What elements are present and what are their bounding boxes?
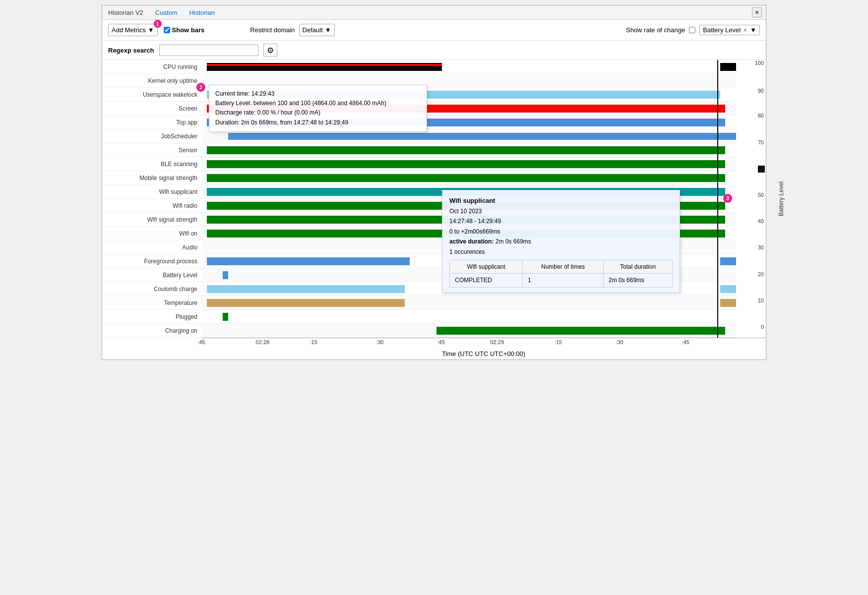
add-metrics-label: Add Metrics: [112, 26, 146, 34]
show-bars-text: Show bars: [172, 26, 205, 34]
chart-row[interactable]: [201, 296, 736, 310]
chart-row[interactable]: [201, 60, 736, 74]
bar: [223, 313, 228, 321]
x-axis-tick: 02:29: [490, 339, 504, 345]
toolbar: Add Metrics ▼ 1 Show bars Restrict domai…: [102, 20, 766, 41]
y-label: Temperature: [102, 296, 201, 310]
bar: [720, 257, 736, 265]
tooltip-bottom: Wifi supplicant Oct 10 2023 14:27:48 - 1…: [442, 190, 680, 293]
y-label: Plugged: [102, 310, 201, 324]
restrict-domain-dropdown[interactable]: Default ▼: [299, 24, 335, 36]
y-label: Wifi radio: [102, 199, 201, 213]
bar: [207, 285, 405, 293]
tooltip-top: Current time: 14:29:43 Battery Level: be…: [209, 85, 427, 132]
y-label: Wifi signal strength: [102, 213, 201, 227]
y-axis-right: 1009080706050403020100 Battery Level: [736, 60, 766, 338]
badge-2: 2: [196, 83, 205, 92]
tab-historian[interactable]: Historian: [187, 8, 217, 17]
x-axis-title: Time (UTC UTC UTC+00:00): [201, 348, 766, 359]
x-axis-tick: :15: [310, 339, 317, 345]
tooltip-bottom-table: Wifi supplicantNumber of timesTotal dura…: [449, 260, 673, 288]
chart-row[interactable]: [201, 143, 736, 157]
title-bar: Historian V2 Custom Historian ×: [102, 5, 766, 20]
x-axis-labels: :4502:28:15:30:4502:29:15:30:45: [201, 338, 711, 348]
tooltip-table-header: Wifi supplicant: [450, 260, 523, 274]
y-label: Foreground process: [102, 254, 201, 268]
add-metrics-button[interactable]: Add Metrics ▼: [108, 24, 158, 36]
tooltip-line4: Duration: 2m 0s 669ms, from 14:27:48 to …: [215, 118, 421, 127]
y-label: Top app: [102, 116, 201, 129]
y-label: CPU running: [102, 60, 201, 74]
battery-level-arrow[interactable]: ▼: [750, 26, 756, 34]
x-axis-tick: :45: [197, 339, 205, 345]
tooltip-line1: Current time: 14:29:43: [215, 89, 421, 99]
x-axis-tick: 02:28: [256, 339, 270, 345]
tooltip-line2: Battery Level: between 100 and 100 (4864…: [215, 99, 421, 108]
show-rate-group: Show rate of change Battery Level × ▼: [626, 25, 760, 35]
bar: [720, 299, 736, 307]
chart-row[interactable]: [201, 310, 736, 324]
main-window: Historian V2 Custom Historian × Add Metr…: [102, 5, 766, 360]
add-metrics-btn-wrapper: Add Metrics ▼ 1: [108, 24, 158, 36]
bar: [207, 257, 410, 265]
show-bars-label[interactable]: Show bars: [164, 26, 205, 34]
chart-row[interactable]: [201, 171, 736, 185]
y-label: Kernel only uptime: [102, 74, 201, 88]
bar: [207, 64, 442, 66]
y-axis-tick: 50: [758, 192, 764, 198]
bar: [207, 146, 726, 154]
show-rate-checkbox[interactable]: [689, 27, 695, 33]
y-axis-tick: 30: [758, 244, 764, 250]
y-labels: CPU runningKernel only uptimeUserspace w…: [102, 60, 201, 338]
battery-level-pill: Battery Level × ▼: [699, 25, 760, 35]
y-axis-tick: 40: [758, 218, 764, 224]
bar: [207, 160, 726, 168]
chart-wrapper: CPU runningKernel only uptimeUserspace w…: [102, 60, 766, 338]
restrict-domain-group: Restrict domain Default ▼: [250, 24, 334, 36]
battery-level-remove[interactable]: ×: [744, 27, 747, 34]
tooltip-bottom-duration-label: active duration:: [449, 238, 494, 245]
tab-custom[interactable]: Custom: [153, 8, 180, 17]
bar: [436, 133, 442, 140]
tooltip-table-row: COMPLETED12m 0s 669ms: [450, 274, 673, 287]
bar: [720, 285, 736, 293]
search-input[interactable]: [159, 45, 258, 56]
restrict-domain-value: Default: [303, 26, 323, 34]
y-label: Audio: [102, 240, 201, 254]
tab-historian-v2[interactable]: Historian V2: [106, 8, 145, 17]
battery-level-text: Battery Level: [703, 26, 741, 34]
restrict-domain-label: Restrict domain: [250, 26, 295, 34]
y-axis-tick: 10: [758, 298, 764, 303]
tooltip-bottom-offset: 0 to +2m00s669ms: [449, 227, 673, 237]
close-button[interactable]: ×: [752, 7, 762, 17]
y-label: BLE scanning: [102, 157, 201, 171]
show-bars-checkbox[interactable]: [164, 27, 170, 33]
settings-button[interactable]: ⚙: [263, 44, 277, 57]
y-label: Userspace wakelock: [102, 88, 201, 102]
cursor-line: [717, 60, 718, 338]
y-label: Sensor: [102, 143, 201, 157]
battery-level-y-label: Battery Level: [778, 181, 785, 216]
x-axis: :4502:28:15:30:4502:29:15:30:45: [201, 338, 766, 348]
tooltip-table-cell: COMPLETED: [450, 274, 523, 287]
bar: [720, 133, 726, 140]
chart-row[interactable]: [201, 324, 736, 338]
bar: [207, 299, 405, 307]
tooltip-line3: Discharge rate: 0.00 % / hour (0.00 mA): [215, 108, 421, 118]
bar: [720, 63, 736, 71]
bar: [436, 327, 725, 335]
battery-legend-square: [758, 166, 765, 173]
y-axis-tick: 90: [758, 88, 764, 94]
y-axis-tick: 80: [758, 113, 764, 119]
x-axis-tick: :45: [682, 339, 689, 345]
chart-row[interactable]: [201, 157, 736, 171]
bar: [223, 271, 228, 279]
x-axis-tick: :45: [437, 339, 445, 345]
y-label: Battery Level: [102, 268, 201, 282]
badge-3: 3: [723, 194, 732, 203]
gear-icon: ⚙: [267, 46, 274, 55]
add-metrics-badge: 1: [154, 20, 162, 28]
tooltip-table-header: Number of times: [523, 260, 604, 274]
y-label: Wifi supplicant: [102, 185, 201, 199]
bar: [228, 133, 736, 140]
